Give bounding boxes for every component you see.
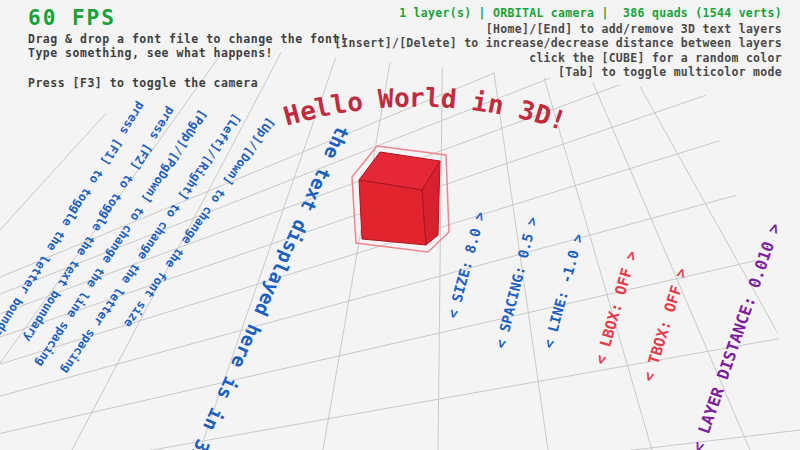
hello-world-text: Hello World in 3D! [284, 100, 566, 130]
hint-layer-distance: [Insert]/[Delete] to increase/decrease d… [334, 36, 782, 50]
hint-cube-random-color: click the [CUBE] for a random color [529, 51, 782, 65]
fps-counter: 60 FPS [28, 6, 116, 30]
app-window: the text displayed here is in 3D! press … [0, 0, 800, 450]
cube-front-face[interactable] [359, 180, 426, 245]
hint-type-something: Type something, see what happens! [28, 46, 273, 60]
hint-add-remove-layers: [Home]/[End] to add/remove 3D text layer… [486, 22, 782, 36]
hint-toggle-camera: Press [F3] to toggle the camera [28, 76, 258, 90]
hint-drag-drop: Drag & drop a font file to change the fo… [28, 32, 347, 46]
status-line: 1 layer(s) | ORBITAL camera | 386 quads … [399, 6, 782, 20]
hint-multicolor-mode: [Tab] to toggle multicolor mode [558, 65, 782, 79]
cube[interactable] [352, 146, 449, 252]
